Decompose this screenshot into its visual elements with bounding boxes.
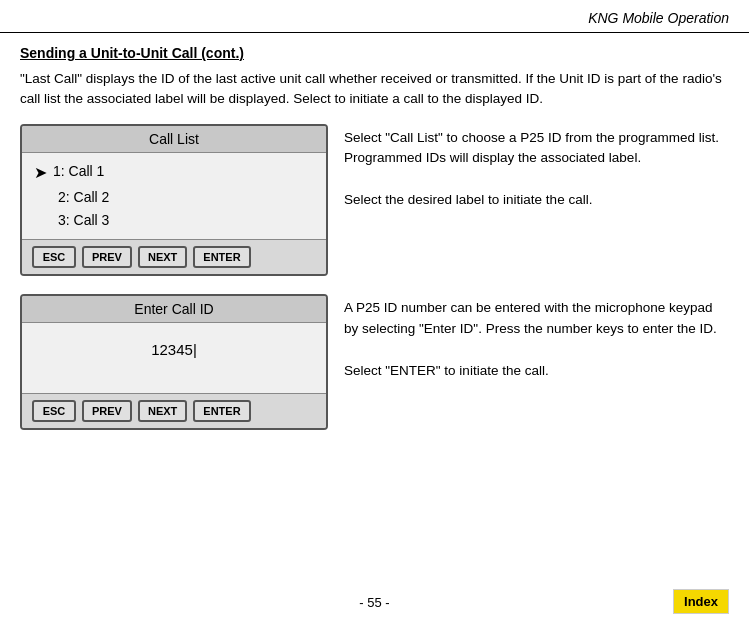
section-title: Sending a Unit-to-Unit Call (cont.): [20, 45, 729, 61]
call-list-item-1: 1: Call 1: [53, 160, 104, 184]
enter-id-box: Enter Call ID 12345| ESC PREV NEXT ENTER: [20, 294, 328, 430]
call-list-description: Select "Call List" to choose a P25 ID fr…: [344, 124, 729, 277]
main-content: Sending a Unit-to-Unit Call (cont.) "Las…: [0, 33, 749, 448]
call-list-desc-1: Select "Call List" to choose a P25 ID fr…: [344, 128, 729, 170]
enter-id-enter-button[interactable]: ENTER: [193, 400, 250, 422]
call-list-display: Call List ➤ 1: Call 1 2: Call 2 3: Call …: [20, 124, 328, 277]
arrow-icon: ➤: [34, 159, 47, 186]
index-button[interactable]: Index: [673, 589, 729, 614]
enter-id-title: Enter Call ID: [22, 296, 326, 323]
intro-text: "Last Call" displays the ID of the last …: [20, 69, 729, 110]
enter-id-desc-1: A P25 ID number can be entered with the …: [344, 298, 729, 340]
call-list-row-3: 3: Call 3: [34, 209, 314, 233]
header-title: KNG Mobile Operation: [588, 10, 729, 26]
call-list-row-2: 2: Call 2: [34, 186, 314, 210]
call-list-next-button[interactable]: NEXT: [138, 246, 187, 268]
page-header: KNG Mobile Operation: [0, 0, 749, 33]
call-list-title: Call List: [22, 126, 326, 153]
enter-id-description: A P25 ID number can be entered with the …: [344, 294, 729, 430]
page-footer: - 55 -: [0, 595, 749, 610]
enter-id-next-button[interactable]: NEXT: [138, 400, 187, 422]
enter-id-display: Enter Call ID 12345| ESC PREV NEXT ENTER: [20, 294, 328, 430]
call-list-box: Call List ➤ 1: Call 1 2: Call 2 3: Call …: [20, 124, 328, 277]
call-list-row-1: ➤ 1: Call 1: [34, 159, 314, 186]
enter-id-esc-button[interactable]: ESC: [32, 400, 76, 422]
enter-id-body: 12345|: [22, 323, 326, 393]
page-number: - 55 -: [359, 595, 389, 610]
call-list-section: Call List ➤ 1: Call 1 2: Call 2 3: Call …: [20, 124, 729, 277]
enter-id-prev-button[interactable]: PREV: [82, 400, 132, 422]
enter-id-value: 12345|: [151, 341, 197, 358]
call-list-desc-2: Select the desired label to initiate the…: [344, 190, 729, 211]
enter-id-button-row: ESC PREV NEXT ENTER: [22, 393, 326, 428]
call-list-esc-button[interactable]: ESC: [32, 246, 76, 268]
enter-id-section: Enter Call ID 12345| ESC PREV NEXT ENTER…: [20, 294, 729, 430]
call-list-enter-button[interactable]: ENTER: [193, 246, 250, 268]
enter-id-desc-2: Select "ENTER" to initiate the call.: [344, 361, 729, 382]
call-list-body: ➤ 1: Call 1 2: Call 2 3: Call 3: [22, 153, 326, 240]
call-list-button-row: ESC PREV NEXT ENTER: [22, 239, 326, 274]
call-list-prev-button[interactable]: PREV: [82, 246, 132, 268]
